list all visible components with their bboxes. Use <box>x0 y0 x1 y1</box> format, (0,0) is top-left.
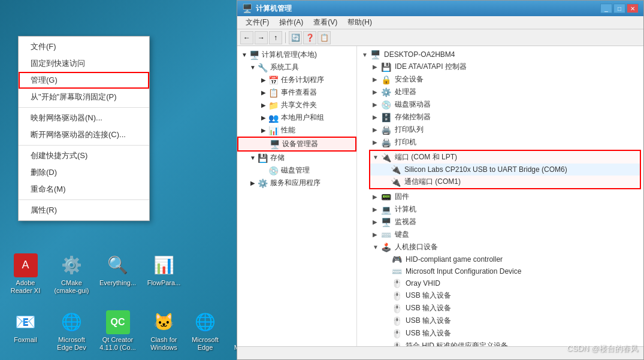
desktop-icon-cmake[interactable]: ⚙️ CMake (cmake-gui) <box>49 251 94 297</box>
menu-action[interactable]: 操作(A) <box>276 16 307 29</box>
device-monitor[interactable]: ▶ 🖥️ 监视器 <box>357 216 643 228</box>
desktop-icon-msedgedev[interactable]: 🌐 Microsoft Edge Dev <box>49 308 94 354</box>
context-menu-disconnect[interactable]: 断开网络驱动器的连接(C)... <box>19 126 149 143</box>
flowpara-label: FlowPara... <box>147 279 181 287</box>
computer-arrow: ▶ <box>373 206 381 213</box>
usb-input-1-icon: 🖱️ <box>392 291 404 301</box>
close-button[interactable]: ✕ <box>627 4 639 13</box>
root-icon: 🖥️ <box>249 50 260 60</box>
clash-label: Clash for Windows <box>144 336 184 352</box>
context-menu-manage[interactable]: 管理(G) <box>19 72 149 89</box>
properties-button[interactable]: 📋 <box>318 31 331 44</box>
security-arrow: ▶ <box>373 76 381 83</box>
desktop-icon-everything[interactable]: 🔍 Everything... <box>95 251 140 297</box>
desktop-icon-qtcreator[interactable]: QC Qt Creator 4.11.0 (Co... <box>95 308 140 354</box>
refresh-button[interactable]: 🔄 <box>289 31 302 44</box>
task-scheduler-arrow: ▶ <box>259 77 268 83</box>
back-button[interactable]: ← <box>240 31 253 44</box>
tree-storage[interactable]: ▼ 💾 存储 <box>237 152 356 164</box>
right-panel: ▼ 🖥️ DESKTOP-OA2HBM4 ▶ 💾 IDE ATA/ATAPI 控… <box>357 46 643 346</box>
tree-device-manager[interactable]: 🖥️ 设备管理器 <box>237 137 356 152</box>
device-usb-input-3[interactable]: 🖱️ USB 输入设备 <box>357 314 643 327</box>
minimize-button[interactable]: _ <box>600 4 612 13</box>
desktop-icon-flowpara[interactable]: 📊 FlowPara... <box>141 251 186 297</box>
storage-ctrl-label: 存储控制器 <box>395 112 431 122</box>
storage-ctrl-arrow: ▶ <box>373 114 381 120</box>
device-usb-input-4[interactable]: 🖱️ USB 输入设备 <box>357 327 643 340</box>
com1-icon: 🔌 <box>391 177 403 187</box>
device-firmware[interactable]: ▶ 📟 固件 <box>357 190 643 203</box>
desktop-icon-adobe[interactable]: A Adobe Reader XI <box>3 251 48 297</box>
context-menu-delete[interactable]: 删除(D) <box>19 164 149 181</box>
context-menu-map-drive[interactable]: 映射网络驱动器(N)... <box>19 110 149 126</box>
device-disk-drives[interactable]: ▶ 💿 磁盘驱动器 <box>357 98 643 111</box>
context-menu-unpin-start[interactable]: 从"开始"屏幕取消固定(P) <box>19 89 149 105</box>
device-com1[interactable]: 🔌 通信端口 (COM1) <box>370 176 640 188</box>
hid-icon: 🕹️ <box>381 243 393 252</box>
system-tools-icon: 🔧 <box>258 63 268 72</box>
device-cp210x[interactable]: 🔌 Silicon Labs CP210x USB to UART Bridge… <box>370 164 640 176</box>
oray-vhid-icon: 🖱️ <box>392 279 404 288</box>
disk-drives-arrow: ▶ <box>373 101 381 108</box>
context-menu-properties[interactable]: 属性(R) <box>19 202 149 219</box>
device-security[interactable]: ▶ 🔒 安全设备 <box>357 73 643 86</box>
device-hid[interactable]: ▼ 🕹️ 人机接口设备 <box>357 241 643 253</box>
tree-local-users[interactable]: ▶ 👥 本地用户和组 <box>237 111 356 124</box>
device-print-queue[interactable]: ▶ 🖨️ 打印队列 <box>357 123 643 136</box>
forward-button[interactable]: → <box>255 31 268 44</box>
device-computer[interactable]: ▶ 💻 计算机 <box>357 203 643 216</box>
com-lpt-icon: 🔌 <box>381 153 393 162</box>
printer-icon: 🖨️ <box>381 138 393 147</box>
tree-services[interactable]: ▶ ⚙️ 服务和应用程序 <box>237 177 356 189</box>
context-menu-pin[interactable]: 固定到快速访问 <box>19 55 149 72</box>
hid-vendor-1-label: 符合 HID 标准的供应商定义设备 <box>406 341 508 346</box>
tree-root[interactable]: ▼ 🖥️ 计算机管理(本地) <box>237 49 356 61</box>
keyboard-label: 键盘 <box>395 229 409 240</box>
desktop-icon-msedge[interactable]: 🌐 Microsoft Edge <box>183 308 228 354</box>
device-printer[interactable]: ▶ 🖨️ 打印机 <box>357 136 643 149</box>
usb-input-3-icon: 🖱️ <box>392 316 404 326</box>
tree-event-viewer[interactable]: ▶ 📋 事件查看器 <box>237 86 356 99</box>
adobe-icon: A <box>14 253 38 277</box>
desktop-icon-foxmail[interactable]: 📧 Foxmail <box>3 308 48 354</box>
printer-label: 打印机 <box>395 137 416 147</box>
up-button[interactable]: ↑ <box>269 31 282 44</box>
help-button[interactable]: ❓ <box>303 31 316 44</box>
device-ide-ata[interactable]: ▶ 💾 IDE ATA/ATAPI 控制器 <box>357 60 643 73</box>
device-usb-input-1[interactable]: 🖱️ USB 输入设备 <box>357 289 643 302</box>
device-ms-input[interactable]: ⌨️ Microsoft Input Configuration Device <box>357 265 643 277</box>
storage-icon: 💾 <box>258 153 268 163</box>
clash-icon: 🐱 <box>152 310 176 334</box>
device-manager-icon: 🖥️ <box>270 140 280 149</box>
device-storage-ctrl[interactable]: ▶ 🗄️ 存储控制器 <box>357 111 643 123</box>
maximize-button[interactable]: □ <box>613 4 625 13</box>
tree-system-tools[interactable]: ▼ 🔧 系统工具 <box>237 61 356 74</box>
hid-game-label: HID-compliant game controller <box>406 255 503 264</box>
context-menu-open[interactable]: 文件(F) <box>19 38 149 55</box>
flowpara-icon: 📊 <box>152 253 176 277</box>
menu-file[interactable]: 文件(F) <box>242 16 273 29</box>
device-hid-game[interactable]: 🎮 HID-compliant game controller <box>357 253 643 265</box>
tree-performance[interactable]: ▶ 📊 性能 <box>237 124 356 137</box>
device-oray-vhid[interactable]: 🖱️ Oray VHID <box>357 277 643 289</box>
usb-input-4-label: USB 输入设备 <box>406 328 451 338</box>
computer-label: 计算机 <box>395 204 416 214</box>
local-users-label: 本地用户和组 <box>281 113 324 123</box>
context-menu-rename[interactable]: 重命名(M) <box>19 181 149 198</box>
device-root[interactable]: ▼ 🖥️ DESKTOP-OA2HBM4 <box>357 49 643 60</box>
menu-help[interactable]: 帮助(H) <box>344 16 376 29</box>
device-processor[interactable]: ▶ ⚙️ 处理器 <box>357 86 643 98</box>
processor-icon: ⚙️ <box>381 87 393 97</box>
context-menu-create-shortcut[interactable]: 创建快捷方式(S) <box>19 147 149 164</box>
device-com-lpt[interactable]: ▼ 🔌 端口 (COM 和 LPT) <box>370 151 640 164</box>
toolbar-sep-1 <box>285 32 286 43</box>
tree-task-scheduler[interactable]: ▶ 📅 任务计划程序 <box>237 74 356 86</box>
device-usb-input-2[interactable]: 🖱️ USB 输入设备 <box>357 302 643 314</box>
processor-arrow: ▶ <box>373 89 381 95</box>
main-content: ▼ 🖥️ 计算机管理(本地) ▼ 🔧 系统工具 ▶ 📅 任务计划程序 ▶ <box>237 46 643 346</box>
device-keyboard[interactable]: ▶ ⌨️ 键盘 <box>357 228 643 241</box>
tree-shared-folders[interactable]: ▶ 📁 共享文件夹 <box>237 99 356 111</box>
menu-view[interactable]: 查看(V) <box>310 16 341 29</box>
tree-disk-mgmt[interactable]: 💿 磁盘管理 <box>237 164 356 177</box>
everything-icon: 🔍 <box>106 253 130 277</box>
